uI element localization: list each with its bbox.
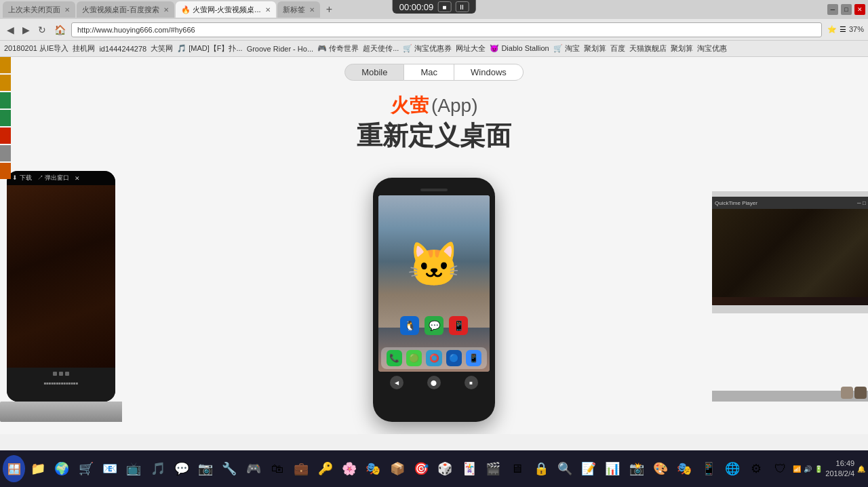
taskbar-flower-btn[interactable]: 🌸 bbox=[338, 455, 360, 482]
left-toolbar-close[interactable]: ✕ bbox=[75, 175, 80, 182]
side-btn-3[interactable] bbox=[0, 110, 11, 126]
dock-icon-circle[interactable]: ⭕ bbox=[426, 350, 441, 366]
side-btn-1[interactable] bbox=[0, 75, 11, 91]
minimize-btn[interactable]: ─ bbox=[827, 4, 838, 15]
taskbar-chat-btn[interactable]: 💬 bbox=[170, 455, 193, 482]
taskbar-cards-btn[interactable]: 🃏 bbox=[458, 455, 480, 482]
address-bar[interactable] bbox=[71, 22, 822, 37]
taskbar-dice-btn[interactable]: 🎲 bbox=[434, 455, 456, 482]
bookmark-9[interactable]: 网址大全 bbox=[456, 43, 486, 54]
taskbar-paint-btn[interactable]: 🎨 bbox=[649, 455, 671, 482]
bookmark-6[interactable]: 🎮 传奇世界 bbox=[317, 43, 359, 54]
taskbar-clock[interactable]: 16:49 2018/2/4 bbox=[825, 459, 854, 480]
bookmark-10[interactable]: 👿 Diablo Stallion bbox=[490, 44, 549, 53]
taskbar-globe-btn[interactable]: 🌐 bbox=[721, 455, 743, 482]
taskbar-music-btn[interactable]: 🎵 bbox=[146, 455, 169, 482]
tab-2-close[interactable]: ✕ bbox=[265, 6, 271, 14]
timer-stop-btn[interactable]: ■ bbox=[437, 1, 451, 12]
taskbar-folder-btn[interactable]: 📁 bbox=[26, 455, 49, 482]
dock-icon-blue[interactable]: 🔵 bbox=[446, 350, 462, 366]
nav-mobile-btn[interactable]: Mobile bbox=[344, 64, 404, 81]
bookmark-3[interactable]: 大笑网 bbox=[151, 43, 173, 54]
tab-0-close[interactable]: ✕ bbox=[64, 6, 70, 14]
taskbar-work-btn[interactable]: 💼 bbox=[290, 455, 313, 482]
taskbar-mail-btn[interactable]: 📧 bbox=[98, 455, 121, 482]
bookmark-13[interactable]: 百度 bbox=[610, 43, 625, 54]
taskbar-game-btn[interactable]: 🎮 bbox=[242, 455, 264, 482]
side-btn-6[interactable] bbox=[0, 163, 11, 179]
bookmark-0[interactable]: 20180201 从IE导入 bbox=[4, 43, 68, 54]
phone-app-wechat[interactable]: 💬 bbox=[425, 316, 443, 335]
tab-2[interactable]: 🔥 火萤网-火萤视频桌... ✕ bbox=[176, 1, 276, 18]
forward-btn[interactable]: ▶ bbox=[20, 23, 33, 37]
taskbar-photo-btn[interactable]: 📷 bbox=[195, 455, 217, 482]
taskbar-chart-btn[interactable]: 📊 bbox=[601, 455, 624, 482]
taskbar-store-btn[interactable]: 🛒 bbox=[75, 455, 97, 482]
left-toolbar-popup[interactable]: ↗ 弹出窗口 bbox=[37, 174, 70, 182]
dock-icon-tile[interactable]: 📱 bbox=[466, 350, 481, 366]
dock-icon-green[interactable]: 🟢 bbox=[406, 350, 422, 366]
home-btn[interactable]: 🏠 bbox=[52, 23, 68, 37]
bookmark-4[interactable]: 🎵 [MAD]【F】扑... bbox=[177, 43, 243, 54]
tab-0[interactable]: 上次未关闭页面 ✕ bbox=[3, 1, 75, 18]
phone-app-qq[interactable]: 🐧 bbox=[400, 316, 419, 335]
bookmark-12[interactable]: 聚划算 bbox=[584, 43, 606, 54]
side-btn-4[interactable] bbox=[0, 128, 11, 144]
taskbar-theater-btn[interactable]: 🎭 bbox=[673, 455, 696, 482]
taskbar-mobile-btn[interactable]: 📱 bbox=[697, 455, 719, 482]
side-btn-5[interactable] bbox=[0, 145, 11, 161]
bookmark-7[interactable]: 超天使传... bbox=[363, 43, 399, 54]
maximize-btn[interactable]: □ bbox=[841, 4, 852, 15]
taskbar-lock-btn[interactable]: 🔒 bbox=[530, 455, 552, 482]
taskbar-mask-btn[interactable]: 🎭 bbox=[362, 455, 384, 482]
side-btn-0[interactable] bbox=[0, 57, 11, 73]
taskbar-film-btn[interactable]: 🎬 bbox=[481, 455, 504, 482]
taskbar-battery-icon[interactable]: 🔋 bbox=[814, 465, 823, 473]
taskbar-network-icon[interactable]: 📶 bbox=[793, 465, 801, 473]
new-tab-btn[interactable]: + bbox=[321, 1, 338, 18]
extensions-icon[interactable]: ⭐ bbox=[827, 25, 837, 34]
taskbar-start-btn[interactable]: 🪟 bbox=[3, 455, 25, 482]
close-btn[interactable]: ✕ bbox=[854, 4, 865, 15]
refresh-btn[interactable]: ↻ bbox=[35, 23, 49, 37]
taskbar-box-btn[interactable]: 📦 bbox=[386, 455, 408, 482]
taskbar-camera-btn[interactable]: 📸 bbox=[625, 455, 648, 482]
tab-3-close[interactable]: ✕ bbox=[309, 6, 315, 14]
bookmark-5[interactable]: Groove Rider - Ho... bbox=[247, 45, 313, 53]
settings-icon[interactable]: ☰ bbox=[840, 25, 846, 34]
phone-app-red[interactable]: 📱 bbox=[449, 316, 468, 335]
phone-back-btn[interactable]: ◀ bbox=[390, 376, 403, 389]
nav-mac-btn[interactable]: Mac bbox=[404, 64, 454, 81]
dock-icon-phone[interactable]: 📞 bbox=[387, 350, 402, 366]
taskbar-monitor-btn[interactable]: 🖥 bbox=[506, 455, 528, 482]
tab-1[interactable]: 火萤视频桌面-百度搜索 ✕ bbox=[77, 1, 174, 18]
bookmark-11[interactable]: 🛒 淘宝 bbox=[553, 43, 580, 54]
taskbar-shield-btn[interactable]: 🛡 bbox=[769, 455, 791, 482]
taskbar-key-btn[interactable]: 🔑 bbox=[314, 455, 336, 482]
left-toolbar-download[interactable]: ⬇ 下载 bbox=[12, 174, 32, 182]
taskbar-notification-icon[interactable]: 🔔 bbox=[857, 465, 865, 473]
timer-pause-btn[interactable]: ⏸ bbox=[455, 1, 469, 12]
tab-3[interactable]: 新标签 ✕ bbox=[277, 1, 320, 18]
taskbar-media-btn[interactable]: 📺 bbox=[123, 455, 145, 482]
back-btn[interactable]: ◀ bbox=[4, 23, 17, 37]
bookmark-1[interactable]: 挂机网 bbox=[73, 43, 95, 54]
phone-home-btn[interactable]: ⬤ bbox=[427, 376, 441, 389]
taskbar-shop-btn[interactable]: 🛍 bbox=[266, 455, 288, 482]
bookmark-14[interactable]: 天猫旗舰店 bbox=[629, 43, 667, 54]
bookmark-2[interactable]: id1444244278 bbox=[99, 45, 146, 53]
taskbar-search-btn[interactable]: 🔍 bbox=[553, 455, 576, 482]
taskbar-volume-icon[interactable]: 🔊 bbox=[804, 465, 812, 473]
side-btn-2[interactable] bbox=[0, 92, 11, 109]
taskbar-tool-btn[interactable]: 🔧 bbox=[218, 455, 241, 482]
bookmark-15[interactable]: 聚划算 bbox=[671, 43, 693, 54]
taskbar-settings-btn[interactable]: ⚙ bbox=[745, 455, 768, 482]
nav-windows-btn[interactable]: Windows bbox=[454, 64, 524, 81]
bookmark-16[interactable]: 淘宝优惠 bbox=[697, 43, 727, 54]
phone-recent-btn[interactable]: ■ bbox=[465, 376, 478, 389]
bookmark-8[interactable]: 🛒 淘宝优惠券 bbox=[403, 43, 452, 54]
taskbar-target-btn[interactable]: 🎯 bbox=[410, 455, 432, 482]
tab-1-close[interactable]: ✕ bbox=[163, 6, 169, 14]
taskbar-browser-btn[interactable]: 🌍 bbox=[51, 455, 73, 482]
taskbar-note-btn[interactable]: 📝 bbox=[578, 455, 600, 482]
